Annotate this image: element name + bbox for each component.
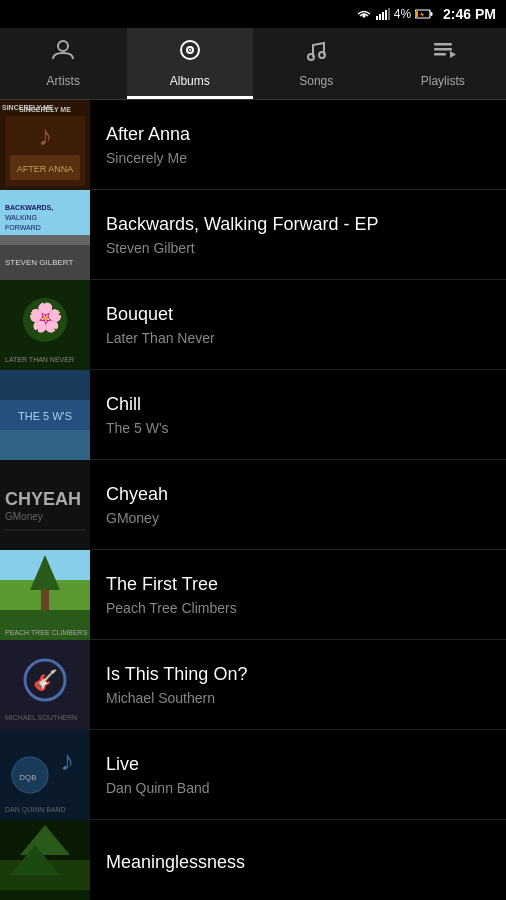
signal-icon [376,8,390,20]
tab-songs-label: Songs [299,74,333,88]
album-thumb: 🎸 MICHAEL SOUTHERN [0,640,90,730]
svg-rect-2 [382,12,384,20]
svg-text:🎸: 🎸 [33,668,58,692]
album-info: Meaninglessness [90,851,506,878]
album-thumb: PEACH TREE CLIMBERS [0,550,90,640]
album-info: The First Tree Peach Tree Climbers [90,573,506,616]
battery-icon [415,8,433,20]
album-artist: Sincerely Me [106,150,490,166]
tab-albums-label: Albums [170,74,210,88]
clock: 2:46 PM [443,6,496,22]
playlists-icon [430,37,456,69]
album-artist: Steven Gilbert [106,240,490,256]
artists-icon [50,37,76,69]
svg-marker-17 [450,51,456,58]
list-item[interactable]: 🎸 MICHAEL SOUTHERN Is This Thing On? Mic… [0,640,506,730]
list-item[interactable]: SINCERELY ME ♪ AFTER ANNA After Anna Sin… [0,100,506,190]
list-item[interactable]: 🌸 LATER THAN NEVER Bouquet Later Than Ne… [0,280,506,370]
album-title: The First Tree [106,573,490,596]
svg-rect-1 [379,14,381,20]
album-thumb: THE 5 W'S [0,370,90,460]
tab-albums[interactable]: Albums [127,28,254,99]
svg-text:GMoney: GMoney [5,511,43,522]
svg-rect-37 [0,430,90,460]
list-item[interactable]: DQB ♪ DAN QUINN BAND Live Dan Quinn Band [0,730,506,820]
svg-text:DAN QUINN BAND: DAN QUINN BAND [5,806,66,814]
album-artist: Peach Tree Climbers [106,600,490,616]
list-item[interactable]: CHYEAH GMoney Chyeah GMoney [0,460,506,550]
tab-songs[interactable]: Songs [253,28,380,99]
svg-rect-0 [376,16,378,20]
svg-text:♪: ♪ [60,745,74,776]
tab-artists-label: Artists [47,74,80,88]
list-item[interactable]: PEACH TREE CLIMBERS The First Tree Peach… [0,550,506,640]
album-artist: GMoney [106,510,490,526]
svg-rect-3 [385,10,387,20]
album-thumb [0,820,90,901]
tab-playlists-label: Playlists [421,74,465,88]
album-thumb: BACKWARDS, WALKING FORWARD STEVEN GILBER… [0,190,90,280]
svg-rect-7 [416,11,418,17]
svg-text:CHYEAH: CHYEAH [5,489,81,509]
album-artist: Michael Southern [106,690,490,706]
wifi-icon [356,8,372,20]
album-info: Is This Thing On? Michael Southern [90,663,506,706]
album-info: Bouquet Later Than Never [90,303,506,346]
svg-rect-14 [434,43,452,46]
svg-text:🌸: 🌸 [28,301,63,334]
album-title: Bouquet [106,303,490,326]
svg-text:PEACH TREE CLIMBERS: PEACH TREE CLIMBERS [5,629,88,636]
svg-text:BACKWARDS,: BACKWARDS, [5,204,53,212]
svg-rect-16 [434,53,446,56]
tab-artists[interactable]: Artists [0,28,127,99]
album-info: Backwards, Walking Forward - EP Steven G… [90,213,506,256]
list-item[interactable]: BACKWARDS, WALKING FORWARD STEVEN GILBER… [0,190,506,280]
svg-point-8 [58,41,68,51]
svg-point-13 [319,52,325,58]
battery-percent: 4% [394,7,411,21]
album-title: Is This Thing On? [106,663,490,686]
list-item[interactable]: THE 5 W'S Chill The 5 W's [0,370,506,460]
svg-text:LATER THAN NEVER: LATER THAN NEVER [5,356,74,363]
list-item[interactable]: Meaninglessness [0,820,506,900]
nav-tabs: Artists Albums Songs [0,28,506,100]
tab-playlists[interactable]: Playlists [380,28,507,99]
svg-text:STEVEN GILBERT: STEVEN GILBERT [5,258,73,267]
album-title: After Anna [106,123,490,146]
svg-text:FORWARD: FORWARD [5,224,41,231]
album-info: Chill The 5 W's [90,393,506,436]
album-artist: The 5 W's [106,420,490,436]
album-list: SINCERELY ME ♪ AFTER ANNA After Anna Sin… [0,100,506,900]
svg-text:MICHAEL SOUTHERN: MICHAEL SOUTHERN [5,714,77,721]
album-title: Meaninglessness [106,851,490,874]
album-thumb: DQB ♪ DAN QUINN BAND [0,730,90,820]
album-thumb: CHYEAH GMoney [0,460,90,550]
svg-text:♪: ♪ [38,120,52,151]
svg-text:SINCERELY ME: SINCERELY ME [19,106,71,113]
status-bar: 4% 2:46 PM [0,0,506,28]
svg-rect-47 [41,590,49,610]
svg-text:DQB: DQB [19,773,36,782]
album-artist: Later Than Never [106,330,490,346]
album-info: After Anna Sincerely Me [90,123,506,166]
album-info: Live Dan Quinn Band [90,753,506,796]
svg-text:THE 5 W'S: THE 5 W'S [18,410,72,422]
svg-text:AFTER ANNA: AFTER ANNA [17,164,74,174]
svg-rect-4 [388,8,390,20]
svg-text:WALKING: WALKING [5,214,37,221]
songs-icon [303,37,329,69]
svg-point-12 [308,54,314,60]
album-title: Chill [106,393,490,416]
album-title: Chyeah [106,483,490,506]
album-artist: Dan Quinn Band [106,780,490,796]
album-title: Live [106,753,490,776]
svg-rect-15 [434,48,452,51]
svg-rect-6 [431,12,433,16]
album-thumb: 🌸 LATER THAN NEVER [0,280,90,370]
album-title: Backwards, Walking Forward - EP [106,213,490,236]
album-info: Chyeah GMoney [90,483,506,526]
album-thumb: SINCERELY ME ♪ AFTER ANNA [0,100,90,190]
albums-icon [177,37,203,69]
svg-rect-60 [0,890,90,901]
svg-point-11 [189,49,191,51]
